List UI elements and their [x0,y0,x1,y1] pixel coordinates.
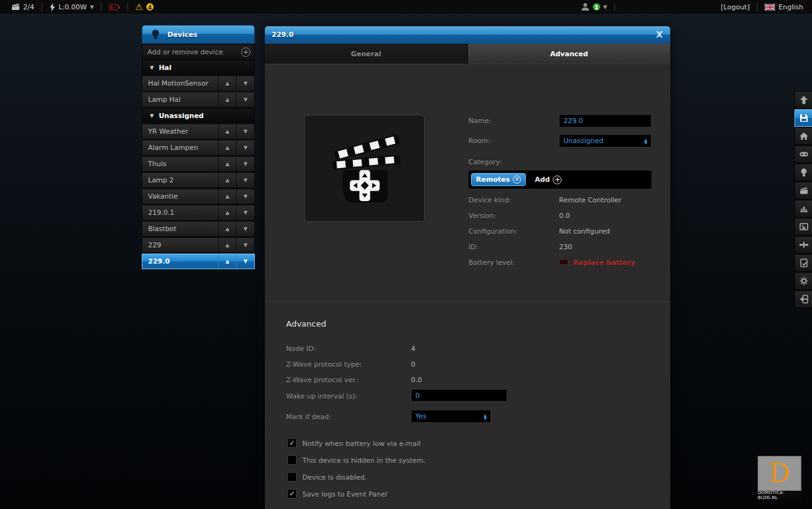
device-item[interactable]: 219.0.1 ▲ ▼ [142,205,255,220]
move-up-button[interactable]: ▲ [218,173,236,187]
logs-button[interactable] [795,254,812,272]
move-down-button[interactable]: ▼ [236,157,254,171]
language-selector[interactable]: English [765,3,803,11]
device-item[interactable]: Lamp 2 ▲ ▼ [142,172,255,188]
scenes-status[interactable]: 2/4 [11,3,34,11]
version-value: 0.0 [559,212,570,220]
move-down-button[interactable]: ▼ [236,173,254,187]
device-item-selected[interactable]: 229.0 ▲ ▼ [142,254,255,269]
rooms-button[interactable] [795,146,812,163]
move-up-button[interactable]: ▲ [218,222,236,236]
group-header-hal[interactable]: ▼ Hal [142,60,255,75]
move-down-button[interactable]: ▼ [236,189,254,204]
close-icon[interactable]: X [656,29,663,39]
checkbox-notify-battery[interactable]: ✓ [287,438,297,448]
device-item[interactable]: Vakantie ▲ ▼ [142,189,255,204]
add-remove-label: Add or remove device [142,48,223,56]
move-down-button[interactable]: ▼ [236,238,254,252]
move-up-button[interactable]: ▲ [218,141,236,155]
save-button[interactable] [795,109,812,127]
move-down-button[interactable]: ▼ [236,254,254,269]
move-up-button[interactable]: ▲ [218,92,236,107]
tab-general[interactable]: General [265,44,468,64]
remove-tag-icon[interactable]: ✕ [513,175,521,184]
user-icon [581,2,590,11]
checkbox-save-logs[interactable]: ✓ [287,489,297,498]
domotica-blog-logo: D DOMOTICA-BLOG.NL [758,456,801,500]
devices-button[interactable] [795,164,812,181]
wakeup-interval-input[interactable] [411,389,507,402]
device-item[interactable]: Blastbot ▲ ▼ [142,221,255,237]
power-value: L:0.00W [59,3,87,11]
advanced-section-heading: Advanced [286,319,326,329]
name-input[interactable] [559,114,651,127]
plus-circle-icon: + [553,175,562,184]
device-item[interactable]: Lamp Hal ▲ ▼ [142,92,255,107]
user-menu[interactable]: 1 ▼ [581,2,607,11]
checkbox-device-hidden[interactable] [287,455,297,465]
logout-button[interactable] [795,290,812,308]
move-down-button[interactable]: ▼ [236,124,254,139]
right-toolbar [795,91,812,309]
dialog-title: 229.0 [272,31,294,39]
media-icon [799,222,809,232]
device-item[interactable]: YR Weather ▲ ▼ [142,124,255,139]
move-up-button[interactable]: ▲ [218,76,236,91]
group-header-unassigned[interactable]: ▼ Unassigned [142,108,255,123]
room-select[interactable]: Unassigned ▲▼ [559,134,651,147]
power-status[interactable]: L:0.00W ▼ [49,3,94,11]
scenes-clapper-icon [799,185,809,195]
device-item[interactable]: Hal MotionSensor ▲ ▼ [142,76,255,91]
battery-icon [109,4,120,11]
checkbox-device-disabled[interactable] [287,472,297,482]
move-up-button[interactable]: ▲ [218,254,236,269]
home-icon [799,131,809,141]
logout-link[interactable]: [Logout] [721,3,750,11]
move-down-button[interactable]: ▼ [236,205,254,220]
device-kind-label: Device kind: [468,196,511,204]
device-label: 219.0.1 [142,205,218,220]
mark-if-dead-value: Yes [415,412,427,420]
move-up-button[interactable]: ▲ [218,205,236,220]
logo-letter: D [769,460,790,487]
uk-flag-icon [765,4,775,11]
device-item[interactable]: 229 ▲ ▼ [142,237,255,253]
move-up-button[interactable]: ▲ [218,238,236,252]
device-item[interactable]: Alarm Lampen ▲ ▼ [142,140,255,156]
tab-advanced[interactable]: Advanced [468,44,670,64]
scenes-button[interactable] [795,182,812,199]
warnings-status[interactable]: ⚠ 4 [135,2,154,11]
category-tag-remotes[interactable]: Remotes ✕ [471,173,526,186]
move-down-button[interactable]: ▼ [236,222,254,236]
arrow-up-button[interactable] [795,91,812,109]
node-id-label: Node ID: [286,345,316,353]
add-label: Add [535,175,550,184]
device-label: Vakantie [142,189,218,204]
mark-if-dead-select[interactable]: Yes ▲▼ [411,410,491,423]
settings-button[interactable] [795,272,812,290]
move-down-button[interactable]: ▼ [236,76,254,91]
battery-status[interactable] [109,4,120,11]
home-button[interactable] [795,127,812,145]
chart-button[interactable] [795,200,812,217]
id-label: ID: [468,243,478,251]
version-label: Version: [468,212,496,220]
add-category-button[interactable]: Add + [535,175,562,184]
move-down-button[interactable]: ▼ [236,92,254,107]
room-value: Unassigned [563,137,603,145]
remote-clapper-icon [324,128,405,209]
move-up-button[interactable]: ▲ [218,157,236,171]
separator: | [755,2,760,11]
media-button[interactable] [795,218,812,235]
move-down-button[interactable]: ▼ [236,141,254,155]
move-up-button[interactable]: ▲ [218,189,236,204]
modules-button[interactable] [795,236,812,254]
device-item[interactable]: Thuis ▲ ▼ [142,156,255,172]
sidebar-title: Devices [167,31,197,39]
add-remove-device-row[interactable]: Add or remove device + [142,44,255,59]
clapperboard-icon [11,3,20,11]
plus-circle-icon[interactable]: + [241,47,250,57]
modules-connector-icon [799,240,809,250]
move-up-button[interactable]: ▲ [218,124,236,139]
select-spinner-icon: ▲▼ [483,413,487,420]
